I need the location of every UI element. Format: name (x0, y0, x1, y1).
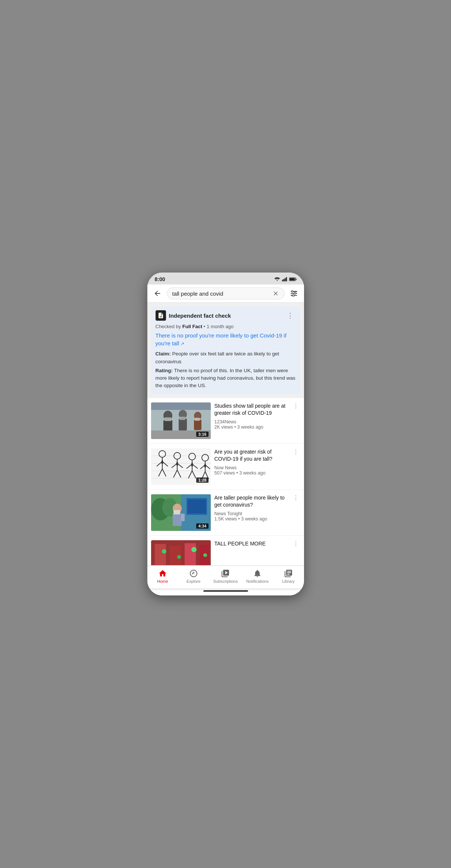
video-info-2: Are you at greater risk of COVID-19 if y… (214, 448, 300, 476)
external-link-icon: ↗ (181, 341, 184, 346)
fact-check-claim: Claim: People over six feet tall are twi… (156, 350, 296, 365)
svg-rect-16 (163, 420, 172, 431)
svg-rect-19 (179, 419, 187, 430)
video-info-top-4: TALL PEOPLE MORE ⋮ (214, 540, 300, 548)
fact-check-body: Checked by Full Fact • 1 month ago There… (151, 324, 300, 394)
video-thumb-4 (151, 540, 211, 566)
video-list: 3:16 Studies show tall people are at gre… (147, 398, 304, 566)
svg-rect-17 (165, 417, 171, 421)
video-duration-3: 4:34 (196, 523, 208, 529)
video-more-button-1[interactable]: ⋮ (291, 402, 300, 410)
video-info-top-2: Are you at greater risk of COVID-19 if y… (214, 448, 300, 463)
battery-icon (289, 277, 297, 281)
svg-rect-2 (285, 279, 286, 281)
fact-check-link[interactable]: There is no proof you're more likely to … (156, 332, 296, 347)
fact-check-rating: Rating: There is no proof of this. In th… (156, 367, 296, 390)
home-indicator (203, 590, 248, 592)
home-icon (158, 569, 167, 578)
fact-check-source: Full Fact (182, 324, 202, 329)
phone-frame: 8:00 (147, 273, 304, 595)
svg-rect-20 (179, 417, 185, 420)
svg-rect-64 (188, 500, 206, 513)
fact-check-more-button[interactable]: ⋮ (285, 311, 296, 320)
nav-label-explore: Explore (187, 579, 200, 584)
svg-rect-23 (195, 418, 200, 421)
video-more-button-2[interactable]: ⋮ (291, 448, 300, 455)
library-icon (284, 569, 293, 578)
video-duration-1: 3:16 (196, 432, 208, 437)
status-time: 8:00 (155, 276, 165, 282)
video-thumb-1: 3:16 (151, 402, 211, 439)
back-button[interactable] (152, 288, 163, 299)
nav-item-notifications[interactable]: Notifications (246, 569, 269, 584)
fact-check-time: 1 month ago (207, 324, 234, 329)
video-meta-1: 1234News2K views • 3 weeks ago (214, 419, 300, 430)
video-duration-2: 1:28 (196, 477, 208, 483)
svg-point-76 (191, 547, 197, 552)
clear-search-button[interactable] (272, 290, 279, 297)
nav-label-notifications: Notifications (246, 579, 269, 584)
video-title-3: Are taller people more likely to get cor… (214, 494, 291, 509)
video-title-1: Studies show tall people are at greater … (214, 402, 291, 417)
screen: Independent fact check ⋮ Checked by Full… (147, 284, 304, 595)
fact-check-meta: Checked by Full Fact • 1 month ago (156, 324, 296, 329)
video-thumb-4-image (151, 540, 211, 566)
video-info-4: TALL PEOPLE MORE ⋮ (214, 540, 300, 548)
fact-check-title-wrap: Independent fact check (156, 310, 231, 321)
svg-point-12 (292, 295, 294, 297)
svg-rect-0 (282, 280, 283, 281)
video-meta-3: News Tonight1.5K views • 3 weeks ago (214, 511, 300, 522)
video-item-3[interactable]: 4:34 Are taller people more likely to ge… (147, 490, 304, 536)
video-more-button-3[interactable]: ⋮ (291, 494, 300, 501)
svg-rect-72 (185, 543, 196, 566)
nav-item-library[interactable]: Library (277, 569, 300, 584)
svg-rect-6 (289, 278, 295, 280)
filter-button[interactable] (288, 288, 300, 299)
search-input[interactable] (172, 290, 269, 297)
signal-icon (282, 277, 287, 281)
nav-label-home: Home (157, 579, 168, 584)
video-info-3: Are taller people more likely to get cor… (214, 494, 300, 522)
nav-item-home[interactable]: Home (151, 569, 174, 584)
explore-icon (189, 569, 198, 578)
video-meta-2: Now News507 views • 3 weeks ago (214, 465, 300, 476)
video-title-4: TALL PEOPLE MORE (214, 540, 291, 548)
video-thumb-3: 4:34 (151, 494, 211, 531)
svg-rect-3 (286, 277, 287, 281)
svg-rect-1 (283, 279, 284, 281)
svg-point-74 (162, 549, 166, 554)
status-bar: 8:00 (147, 273, 304, 284)
svg-point-77 (203, 553, 207, 557)
fact-check-header: Independent fact check ⋮ (151, 307, 300, 324)
video-thumb-2: 1:28 (151, 448, 211, 485)
search-input-wrap (167, 287, 285, 299)
subscriptions-icon (221, 569, 230, 578)
notifications-icon (253, 569, 262, 578)
fact-check-icon (156, 310, 166, 321)
svg-rect-5 (295, 279, 296, 280)
video-item-1[interactable]: 3:16 Studies show tall people are at gre… (147, 398, 304, 444)
svg-rect-68 (181, 514, 185, 521)
status-icons (274, 277, 297, 281)
video-info-1: Studies show tall people are at greater … (214, 402, 300, 430)
video-info-top-3: Are taller people more likely to get cor… (214, 494, 300, 509)
nav-item-explore[interactable]: Explore (182, 569, 205, 584)
video-item-2[interactable]: 1:28 Are you at greater risk of COVID-19… (147, 444, 304, 490)
fact-check-title: Independent fact check (169, 312, 231, 319)
svg-point-11 (294, 293, 296, 295)
svg-rect-66 (173, 513, 182, 526)
nav-label-subscriptions: Subscriptions (213, 579, 238, 584)
search-bar (147, 284, 304, 303)
video-info-top-1: Studies show tall people are at greater … (214, 402, 300, 417)
svg-point-75 (177, 555, 181, 559)
nav-item-subscriptions[interactable]: Subscriptions (213, 569, 238, 584)
wifi-icon (274, 277, 280, 281)
svg-rect-67 (173, 510, 180, 514)
nav-label-library: Library (282, 579, 295, 584)
video-item-4[interactable]: TALL PEOPLE MORE ⋮ (147, 536, 304, 566)
video-title-2: Are you at greater risk of COVID-19 if y… (214, 448, 291, 463)
video-more-button-4[interactable]: ⋮ (291, 540, 300, 547)
bottom-nav: Home Explore Subscriptions (147, 566, 304, 588)
svg-rect-22 (194, 420, 201, 430)
svg-rect-70 (155, 544, 166, 566)
